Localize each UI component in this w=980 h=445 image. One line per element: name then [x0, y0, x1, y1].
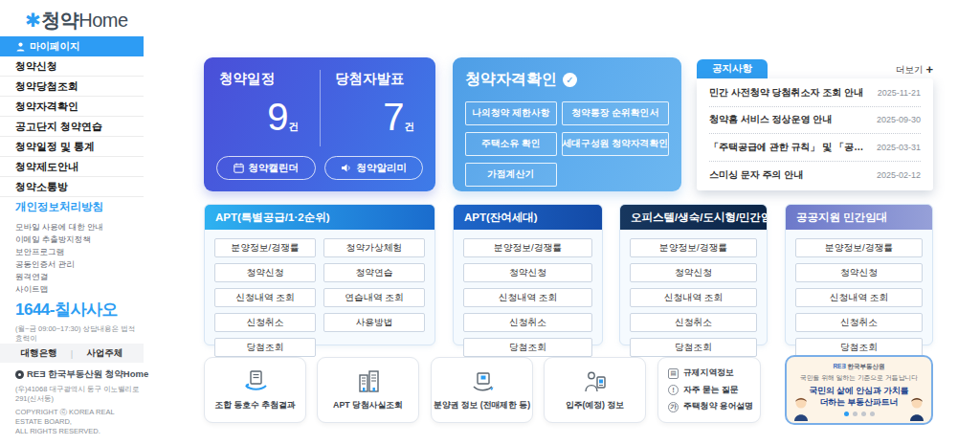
- exclamation-icon: !: [668, 385, 679, 395]
- apply-button[interactable]: 청약신청: [795, 263, 923, 282]
- glossary-link[interactable]: 가주택청약 용어설명: [668, 401, 750, 412]
- copyright: COPYRIGHT ⓒ KOREA REAL ESTATE BOARD,ALL …: [15, 408, 140, 436]
- sitemap-link[interactable]: 사이트맵: [15, 283, 136, 296]
- notice-item[interactable]: 스미싱 문자 주의 안내2025-02-12: [709, 162, 921, 189]
- alarm-button[interactable]: 청약알리미: [324, 156, 424, 180]
- score-calculator-button[interactable]: 가점계산기: [465, 163, 557, 187]
- logo-kor: 청약: [41, 10, 78, 31]
- address: (우)41068 대구광역시 동구 이노밸리로291(신서동): [15, 385, 140, 404]
- reb-logo: REƎ 한국부동산원 청약Home: [15, 368, 140, 381]
- calendar-icon: [234, 163, 244, 173]
- winner-lookup-button[interactable]: 당첨조회: [795, 338, 923, 357]
- home-ownership-button[interactable]: 주택소유 확인: [465, 132, 557, 156]
- carousel-dot[interactable]: [870, 412, 875, 416]
- sidebar-item-schedule-stats[interactable]: 청약일정 및 통계: [0, 137, 144, 157]
- public-rental-header: 공공지원 민간임대: [786, 205, 932, 230]
- privacy-policy-link[interactable]: 개인정보처리방침: [15, 200, 136, 214]
- info-links-box: ▤규제지역정보 !자주 묻는 질문 가주택청약 용어설명: [657, 357, 761, 423]
- sale-info-button[interactable]: 분양정보/경쟁률: [630, 238, 757, 257]
- application-history-button[interactable]: 신청내역 조회: [463, 288, 592, 307]
- reb-mark-icon: [15, 370, 24, 379]
- mobile-guide-link[interactable]: 모바일 사용에 대한 안내: [15, 221, 136, 234]
- my-restrictions-button[interactable]: 나의청약 제한사항: [465, 101, 557, 125]
- notice-item[interactable]: 민간 사전청약 당첨취소자 조회 안내2025-11-21: [709, 79, 921, 107]
- how-to-use-button[interactable]: 사용방법: [323, 313, 425, 332]
- carousel-dot[interactable]: [853, 412, 858, 416]
- promo-banner[interactable]: REƎ 한국부동산원 국민을 위해 일하는 기준으로 거듭납니다 국민의 삶에 …: [785, 355, 933, 425]
- announcement-count: 7건: [383, 98, 414, 145]
- sidebar-item-qualification[interactable]: 청약자격확인: [0, 97, 144, 117]
- schedule-count: 9건: [267, 98, 299, 145]
- card-divider: [320, 70, 321, 146]
- practice-button[interactable]: 청약연습: [323, 263, 425, 282]
- winner-lookup-button[interactable]: 당첨조회: [214, 338, 316, 357]
- map-doc-icon: ▤: [668, 368, 679, 379]
- email-policy-link[interactable]: 이메일 추출방지정책: [15, 234, 136, 246]
- schedule-title: 청약일정: [219, 70, 320, 88]
- hangul-ga-icon: 가: [668, 402, 679, 412]
- cancel-button[interactable]: 신청취소: [214, 313, 316, 332]
- apt-special-column: APT(특별공급/1·2순위) 분양정보/경쟁률 청약가상체험 청약신청 청약연…: [204, 204, 435, 345]
- sale-info-button[interactable]: 분양정보/경쟁률: [463, 238, 592, 257]
- logo[interactable]: ✱청약Home: [25, 8, 128, 33]
- ballot-hand-icon: [242, 369, 269, 394]
- winner-lookup-button[interactable]: 당첨조회: [630, 338, 757, 357]
- remote-link[interactable]: 원격연결: [15, 271, 136, 283]
- cancel-button[interactable]: 신청취소: [463, 313, 592, 332]
- faq-link[interactable]: !자주 묻는 질문: [668, 385, 750, 396]
- winner-lookup-button[interactable]: 당첨조회: [463, 338, 592, 357]
- sidebar-item-mypage[interactable]: 마이페이지: [0, 36, 144, 56]
- officetel-column: 오피스텔/생숙/도시형/민간임대 분양정보/경쟁률 청약신청 신청내역 조회 신…: [619, 204, 768, 345]
- tab-agent-bank[interactable]: 대행은행: [21, 347, 57, 360]
- sidebar-item-community[interactable]: 청약소통방: [0, 177, 144, 197]
- sidebar-item-apply[interactable]: 청약신청: [0, 56, 144, 77]
- house-hand-icon: [469, 369, 496, 394]
- sidebar-item-practice[interactable]: 공고단지 청약연습: [0, 117, 144, 137]
- security-program-link[interactable]: 보안프로그램: [15, 246, 136, 258]
- cancel-button[interactable]: 신청취소: [630, 313, 757, 332]
- sale-right-info-box[interactable]: 분양권 정보 (전매제한 등): [431, 357, 533, 423]
- application-history-button[interactable]: 신청내역 조회: [795, 288, 923, 307]
- household-qualification-button[interactable]: 세대구성원 청약자격확인: [562, 132, 670, 156]
- apply-button[interactable]: 청약신청: [630, 263, 757, 282]
- schedule-card: 청약일정 9건 당첨자발표 7건 청약캘린더 청약알리미: [204, 57, 435, 191]
- sidebar-item-winner-check[interactable]: 청약당첨조회: [0, 77, 144, 97]
- subscription-home-page: ✱청약Home 마이페이지 청약신청 청약당첨조회 청약자격확인 공고단지 청약…: [0, 0, 980, 445]
- officetel-header: 오피스텔/생숙/도시형/민간임대: [620, 205, 767, 230]
- sidebar-item-label: 마이페이지: [30, 40, 80, 54]
- cancel-button[interactable]: 신청취소: [795, 313, 923, 332]
- regulated-area-link[interactable]: ▤규제지역정보: [668, 367, 750, 379]
- move-in-info-box[interactable]: 입주(예정) 정보: [544, 357, 646, 423]
- virtual-experience-button[interactable]: 청약가상체험: [323, 238, 425, 257]
- calendar-button[interactable]: 청약캘린더: [216, 156, 316, 180]
- tab-business-entity[interactable]: 사업주체: [86, 347, 122, 360]
- sidebar-nav: 마이페이지 청약신청 청약당첨조회 청약자격확인 공고단지 청약연습 청약일정 …: [0, 36, 144, 197]
- logo-star-icon: ✱: [25, 10, 40, 31]
- mascot-person-icon: [907, 396, 926, 421]
- apt-remain-header: APT(잔여세대): [454, 205, 602, 230]
- carousel-dot[interactable]: [861, 412, 866, 416]
- schedule-left: 청약일정 9건: [204, 57, 320, 145]
- sidebar: ✱청약Home 마이페이지 청약신청 청약당첨조회 청약자격확인 공고단지 청약…: [0, 0, 144, 445]
- union-lottery-box[interactable]: 조합 동호수 추첨결과: [204, 357, 306, 423]
- sale-info-button[interactable]: 분양정보/경쟁률: [795, 238, 923, 257]
- practice-history-button[interactable]: 연습내역 조회: [323, 288, 425, 307]
- apt-winning-fact-box[interactable]: APT 당첨사실조회: [317, 357, 419, 423]
- apply-button[interactable]: 청약신청: [214, 263, 316, 282]
- notice-item[interactable]: 청약홈 서비스 정상운영 안내2025-09-30: [709, 107, 921, 135]
- certificate-link[interactable]: 공동인증서 관리: [15, 258, 136, 271]
- bankbook-rank-button[interactable]: 청약통장 순위확인서: [562, 101, 670, 125]
- apply-button[interactable]: 청약신청: [463, 263, 592, 282]
- carousel-dot[interactable]: [844, 412, 849, 416]
- application-history-button[interactable]: 신청내역 조회: [214, 288, 316, 307]
- banner-subtitle: 국민을 위해 일하는 기준으로 거듭납니다: [787, 373, 931, 383]
- notice-item[interactable]: 「주택공급에 관한 규칙」 및 「공공주…2025-03-31: [709, 134, 921, 162]
- sale-info-button[interactable]: 분양정보/경쟁률: [214, 238, 316, 257]
- notice-more-button[interactable]: 더보기+: [837, 62, 933, 77]
- plus-icon: +: [925, 62, 933, 77]
- logo-eng: Home: [78, 10, 127, 31]
- sidebar-item-system-guide[interactable]: 청약제도안내: [0, 157, 144, 177]
- notice-tab[interactable]: 공지사항: [697, 59, 768, 78]
- application-history-button[interactable]: 신청내역 조회: [630, 288, 757, 307]
- phone-number: 1644-칠사사오: [15, 299, 138, 321]
